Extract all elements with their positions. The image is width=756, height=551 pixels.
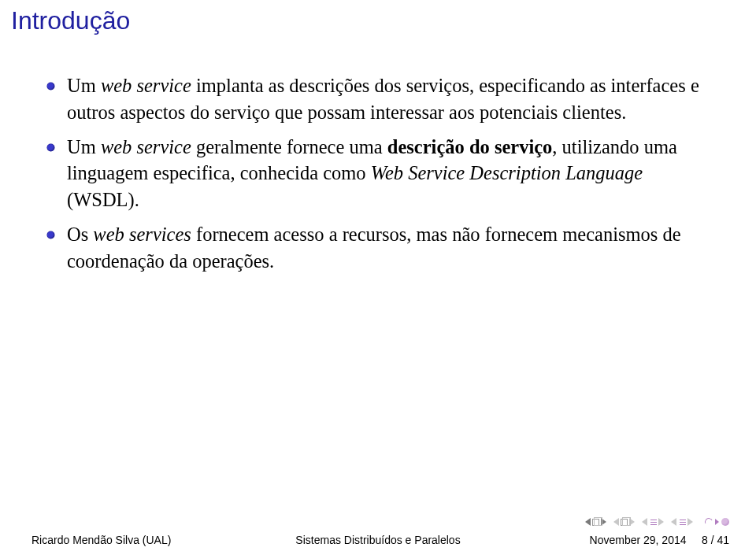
text-fragment: web service [101, 75, 191, 96]
text-fragment: geralmente fornece uma [191, 136, 387, 157]
bullet-item: Um web service implanta as descrições do… [47, 72, 709, 126]
beamer-nav [585, 518, 729, 526]
text-fragment: web service [101, 136, 191, 157]
bullet-icon [47, 83, 54, 90]
bullet-icon [47, 231, 54, 239]
nav-next-frame-icon [687, 518, 693, 526]
nav-square-icon [592, 519, 599, 526]
nav-prev-section-icon [613, 518, 619, 526]
nav-prev-sub-icon [642, 518, 647, 526]
nav-bars-icon [680, 520, 686, 525]
slide-title: Introdução [11, 6, 130, 35]
text-fragment: (WSDL). [67, 189, 139, 210]
bullet-text: Os web services fornecem acesso a recurs… [67, 221, 709, 275]
text-fragment: Os [67, 224, 93, 245]
nav-section-group[interactable] [613, 518, 635, 526]
nav-subsection-group[interactable] [642, 518, 664, 526]
bullet-item: Um web service geralmente fornece uma de… [47, 134, 709, 213]
bullet-item: Os web services fornecem acesso a recurs… [47, 221, 709, 275]
text-fragment: Web Service Description Language [371, 162, 643, 183]
slide: Introdução Um web service implanta as de… [0, 0, 756, 551]
nav-frame-group[interactable] [671, 518, 693, 526]
nav-back-icon [704, 517, 714, 527]
text-fragment: web services [93, 224, 191, 245]
nav-next-sub-icon [658, 518, 664, 526]
footer-date: November 29, 2014 [590, 534, 687, 546]
text-fragment: Um [67, 136, 101, 157]
bullet-text: Um web service implanta as descrições do… [67, 72, 709, 126]
slide-content: Um web service implanta as descrições do… [47, 72, 709, 283]
footer-right: November 29, 2014 8 / 41 [590, 534, 729, 546]
footer: Ricardo Mendão Silva (UAL) Sistemas Dist… [0, 527, 756, 551]
text-fragment: descrição do serviço [387, 136, 553, 157]
nav-square-icon [621, 519, 628, 526]
text-fragment: Um [67, 75, 101, 96]
nav-play-icon [715, 519, 719, 525]
footer-page: 8 / 41 [702, 534, 729, 546]
nav-prev-icon [585, 518, 591, 526]
nav-prev-frame-icon [671, 518, 676, 526]
bullet-icon [47, 144, 54, 151]
nav-bars-icon [650, 520, 657, 525]
bullet-text: Um web service geralmente fornece uma de… [67, 134, 709, 213]
nav-search-icon [721, 518, 729, 526]
nav-prev-group[interactable] [585, 518, 606, 526]
nav-circular-group[interactable] [705, 518, 729, 526]
